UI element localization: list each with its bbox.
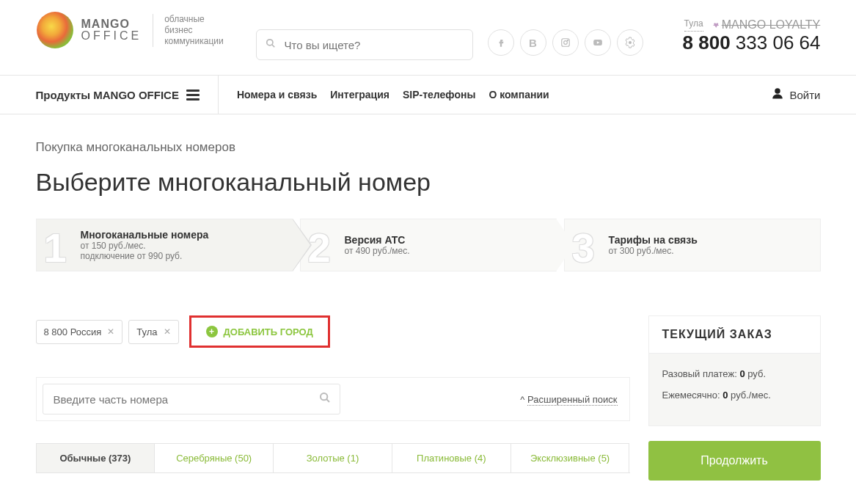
advanced-search[interactable]: ^ Расширенный поиск [520,394,623,405]
svg-point-7 [629,41,632,44]
search-icon [266,38,276,51]
number-type-tabs: Обычные (373) Серебряные (50) Золотые (1… [36,443,630,473]
nav-numbers[interactable]: Номера и связь [237,89,317,101]
tab-exclusive[interactable]: Эксклюзивные (5) [511,443,630,472]
svg-point-9 [321,393,327,400]
login-button[interactable]: Войти [771,87,821,103]
step-1-title: Многоканальные номера [81,229,209,241]
page-title: Выберите многоканальный номер [36,168,821,197]
number-search[interactable] [43,384,340,414]
youtube-icon[interactable] [585,29,611,56]
search-input[interactable] [283,38,464,52]
nav-integration[interactable]: Интеграция [330,89,389,101]
number-search-row: ^ Расширенный поиск [36,377,630,421]
loyalty-text: MANGO LOYALTY [722,18,821,32]
step-1[interactable]: 1 Многоканальные номера от 150 руб./мес.… [36,219,293,271]
step-2[interactable]: 2 Версия АТС от 490 руб./мес. [300,219,557,271]
steps-wizard: 1 Многоканальные номера от 150 руб./мес.… [36,219,821,271]
chip-russia[interactable]: 8 800 Россия ✕ [36,320,123,344]
login-label: Войти [790,89,821,101]
logo[interactable]: MANGO OFFICE облачные бизнес коммуникаци… [36,11,256,49]
logo-icon [36,11,74,49]
svg-point-0 [37,12,73,48]
loyalty-link[interactable]: ♥ MANGO LOYALTY [714,18,821,32]
plus-icon: + [206,326,218,337]
products-label: Продукты MANGO OFFICE [36,89,179,101]
order-row-once: Разовый платеж: 0 руб. [662,368,807,379]
svg-point-5 [567,40,568,41]
facebook-icon[interactable] [488,29,514,56]
continue-button[interactable]: Продолжить [648,441,821,481]
brand-sub: OFFICE [81,29,142,43]
tab-gold[interactable]: Золотые (1) [274,443,392,472]
svg-point-8 [775,88,780,94]
chip-tula[interactable]: Тула ✕ [128,320,178,344]
step-3[interactable]: 3 Тарифы на связь от 300 руб./мес. [564,219,821,271]
svg-point-4 [563,41,567,45]
city-chips: 8 800 Россия ✕ Тула ✕ + ДОБАВИТЬ ГОРОД [36,315,630,348]
step-2-title: Версия АТС [345,234,410,246]
tab-regular[interactable]: Обычные (373) [36,443,156,472]
city-selector[interactable]: Тула [684,18,703,32]
chip-close-icon[interactable]: ✕ [107,326,114,337]
tab-silver[interactable]: Серебряные (50) [155,443,274,472]
contact-block: Тула ♥ MANGO LOYALTY 8 800 333 06 64 [683,11,821,54]
settings-icon[interactable] [617,29,643,56]
add-city-highlight: + ДОБАВИТЬ ГОРОД [189,315,330,348]
step-3-title: Тарифы на связь [609,234,698,246]
global-search[interactable] [256,29,473,60]
tagline: облачные бизнес коммуникации [153,14,224,47]
breadcrumb: Покупка многоканальных номеров [36,114,821,161]
svg-line-2 [271,45,274,48]
products-menu[interactable]: Продукты MANGO OFFICE [36,76,219,114]
brand-name: MANGO [81,18,142,29]
vk-icon[interactable]: B [520,29,546,56]
tab-platinum[interactable]: Платиновые (4) [392,443,511,472]
add-city-button[interactable]: + ДОБАВИТЬ ГОРОД [200,321,319,342]
add-city-label: ДОБАВИТЬ ГОРОД [224,326,313,337]
search-icon[interactable] [319,392,331,406]
number-search-input[interactable] [52,392,319,406]
order-row-monthly: Ежемесячно: 0 руб./мес. [662,390,807,401]
burger-icon [186,87,200,103]
svg-line-10 [326,399,329,402]
nav-sip[interactable]: SIP-телефоны [403,89,475,101]
instagram-icon[interactable] [552,29,579,56]
heart-icon: ♥ [714,20,719,30]
order-header: ТЕКУЩИЙ ЗАКАЗ [649,316,820,354]
order-summary: ТЕКУЩИЙ ЗАКАЗ Разовый платеж: 0 руб. Еже… [648,315,821,426]
nav-about[interactable]: О компании [489,89,549,101]
phone-number: 8 800 333 06 64 [683,32,821,54]
svg-point-1 [266,40,272,45]
chip-close-icon[interactable]: ✕ [164,326,171,337]
user-icon [771,87,784,103]
social-links: B [488,29,643,56]
main-nav: Номера и связь Интеграция SIP-телефоны О… [219,76,549,114]
